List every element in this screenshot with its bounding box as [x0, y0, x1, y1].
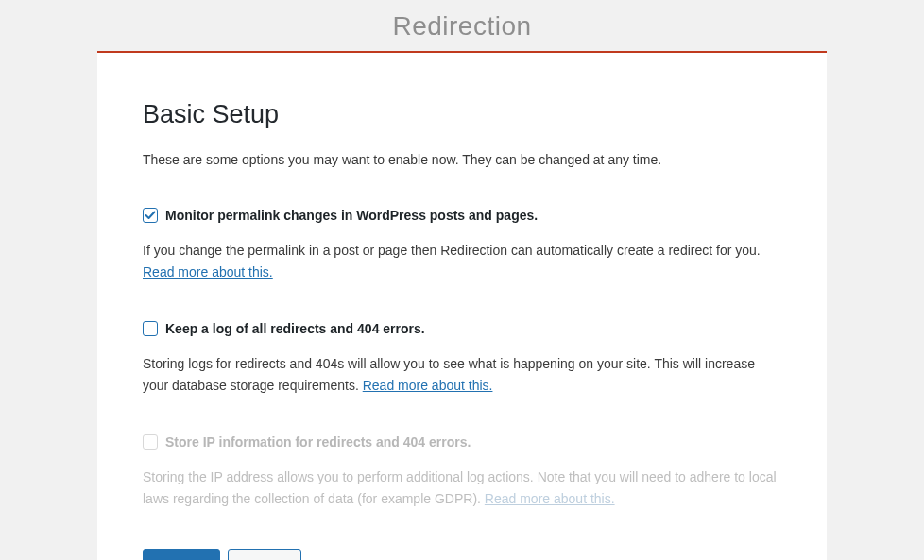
option-keep-log: Keep a log of all redirects and 404 erro…	[143, 321, 781, 397]
option-store-ip: Store IP information for redirects and 4…	[143, 434, 781, 510]
checkbox-keep-log[interactable]	[143, 321, 158, 336]
page-title: Redirection	[0, 0, 924, 51]
option-label: Keep a log of all redirects and 404 erro…	[165, 321, 425, 336]
option-description: Storing the IP address allows you to per…	[143, 467, 781, 510]
checkbox-monitor-permalinks[interactable]	[143, 208, 158, 223]
option-label: Store IP information for redirects and 4…	[165, 434, 471, 450]
option-label: Monitor permalink changes in WordPress p…	[165, 208, 538, 223]
read-more-link[interactable]: Read more about this.	[143, 264, 273, 280]
read-more-link[interactable]: Read more about this.	[485, 491, 615, 506]
checkbox-store-ip	[143, 434, 158, 450]
option-description: If you change the permalink in a post or…	[143, 240, 781, 283]
setup-card: Basic Setup These are some options you m…	[97, 51, 827, 560]
button-row: Continue Go back	[143, 549, 781, 560]
option-monitor-permalinks: Monitor permalink changes in WordPress p…	[143, 208, 781, 283]
option-desc-text: If you change the permalink in a post or…	[143, 243, 761, 258]
setup-heading: Basic Setup	[143, 100, 781, 129]
option-description: Storing logs for redirects and 404s will…	[143, 353, 781, 397]
go-back-button[interactable]: Go back	[228, 549, 301, 560]
check-icon	[145, 210, 156, 221]
setup-intro: These are some options you may want to e…	[143, 150, 781, 170]
option-desc-text: Storing the IP address allows you to per…	[143, 469, 777, 506]
read-more-link[interactable]: Read more about this.	[363, 378, 493, 393]
continue-button[interactable]: Continue	[143, 549, 220, 560]
